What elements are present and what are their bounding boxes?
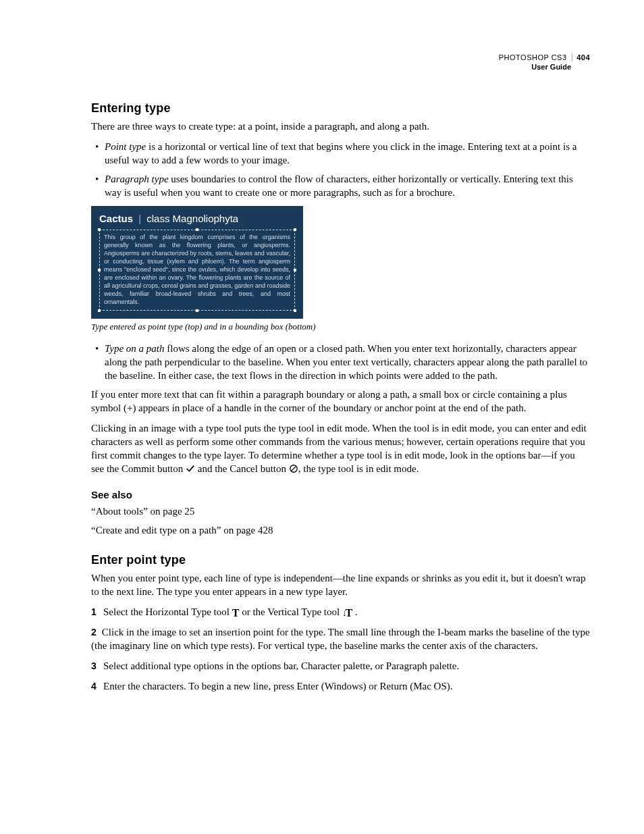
product-name: PHOTOSHOP CS3 [499,53,567,61]
see-also-link-tools[interactable]: “About tools” on page 25 [91,504,590,518]
section-heading-enter-point-type: Enter point type [91,553,590,567]
figure-caption: Type entered as point type (top) and in … [91,321,590,332]
figure-body-text: This group of the plant kingdom comprise… [104,234,290,305]
bullet-point-type: Point type is a horizontal or vertical l… [105,140,590,167]
step-3: 3Select additional type options in the o… [91,659,590,673]
see-also-link-path[interactable]: “Create and edit type on a path” on page… [91,523,590,537]
see-also-heading: See also [91,489,590,500]
step-1: 1 Select the Horizontal Type tool T or t… [91,605,590,619]
point-type-intro: When you enter point type, each line of … [91,571,590,598]
bullet-paragraph-type: Paragraph type uses boundaries to contro… [105,172,590,199]
cancel-icon [289,463,298,477]
guide-subtitle: User Guide [499,62,590,72]
svg-line-1 [291,467,296,471]
term-point-type: Point type [105,141,146,152]
edit-mode-paragraph: Clicking in an image with a type tool pu… [91,421,590,477]
step-4: 4Enter the characters. To begin a new li… [91,679,590,693]
figure-cactus: Cactus | class Magnoliophyta This group … [91,206,303,319]
horizontal-type-tool-icon: T [232,608,240,619]
commit-icon [186,463,195,477]
figure-bounding-box: This group of the plant kingdom comprise… [99,230,295,311]
intro-paragraph: There are three ways to create type: at … [91,120,590,133]
overflow-paragraph: If you enter more text that can fit with… [91,388,590,415]
vertical-type-tool-icon: ↓T [342,608,352,619]
bullet-type-on-path: Type on a path flows along the edge of a… [105,342,590,382]
section-heading-entering-type: Entering type [91,101,590,115]
page-header: PHOTOSHOP CS3 404 User Guide [499,53,590,72]
figure-title: Cactus | class Magnoliophyta [99,213,295,224]
term-paragraph-type: Paragraph type [105,174,169,184]
term-type-on-path: Type on a path [105,343,164,354]
page-number: 404 [572,53,590,61]
step-2: 2Click in the image to set an insertion … [91,625,590,652]
